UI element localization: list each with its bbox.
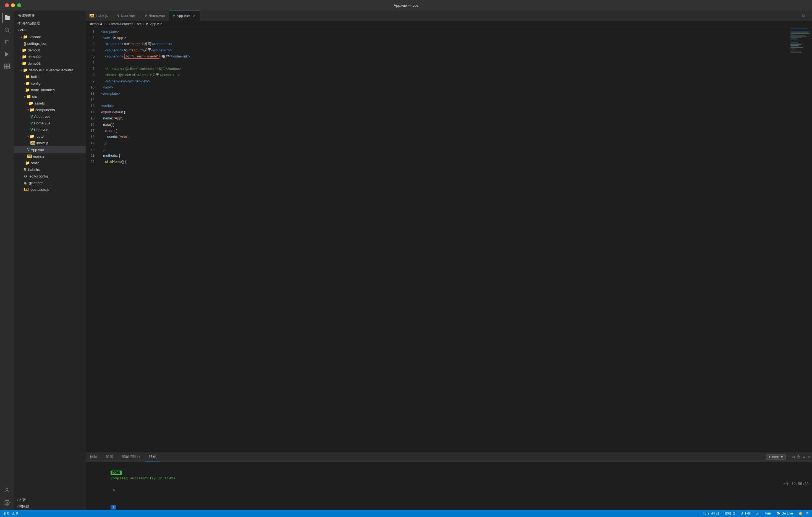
sidebar-item-home-vue[interactable]: V Home.vue: [14, 120, 86, 126]
maximize-button[interactable]: [17, 3, 21, 7]
sidebar-timeline[interactable]: › 时间线: [14, 503, 86, 510]
remote-icon[interactable]: ⟳: [806, 512, 809, 515]
code-line-17: return {: [99, 127, 790, 134]
go-live-button[interactable]: 📡 Go Live: [775, 510, 794, 517]
svg-rect-10: [7, 67, 9, 69]
status-line-ending[interactable]: LF: [755, 510, 761, 517]
sidebar-item-config[interactable]: › 📁 config: [14, 80, 86, 87]
close-button[interactable]: [5, 3, 9, 7]
status-position[interactable]: 行 7, 列 31: [702, 510, 720, 517]
sidebar-item-settings-json[interactable]: {} settings.json: [14, 40, 86, 47]
notification-icon[interactable]: 🔔: [799, 512, 803, 515]
minimap: [790, 27, 812, 452]
folder-icon: 📁: [23, 68, 28, 72]
breadcrumb-appvue[interactable]: App.vue: [150, 22, 162, 26]
sidebar-item-about-vue[interactable]: V About.vue: [14, 113, 86, 120]
collapse-panel-icon[interactable]: ∧: [803, 455, 805, 459]
tab-close-app-vue[interactable]: ×: [193, 13, 196, 18]
sidebar-item-router[interactable]: ∨ 📁 router: [14, 133, 86, 140]
tab-app-vue[interactable]: V App.vue ×: [169, 10, 200, 21]
status-language[interactable]: Vue: [764, 510, 772, 517]
close-panel-icon[interactable]: ×: [808, 455, 810, 459]
breadcrumb-src[interactable]: src: [137, 22, 142, 26]
folder-icon: 📁: [28, 101, 33, 105]
sidebar-item-demo01[interactable]: › 📁 demo01: [14, 47, 86, 53]
new-terminal-icon[interactable]: +: [788, 455, 790, 459]
folder-icon: 📁: [25, 75, 30, 79]
sidebar-vue-root[interactable]: ∨ VUE: [14, 27, 86, 33]
sidebar-open-editors[interactable]: › 打开的编辑器: [14, 20, 86, 27]
minimize-button[interactable]: [11, 3, 15, 7]
sidebar-item-router-index[interactable]: JS index.js: [14, 140, 86, 146]
sidebar-item-demo03[interactable]: › 📁 demo03: [14, 60, 86, 67]
sidebar-item-assets[interactable]: › 📁 assets: [14, 100, 86, 107]
sidebar-item-app-vue[interactable]: V App.vue: [14, 146, 86, 153]
sidebar-item-build[interactable]: › 📁 build: [14, 73, 86, 80]
code-line-9: <router-view></router-view>: [99, 78, 790, 84]
account-icon[interactable]: [2, 486, 12, 495]
svg-line-2: [8, 31, 9, 32]
sidebar-item-editorconfig[interactable]: ⚙ .editorconfig: [14, 173, 86, 179]
folder-collapsed-icon: 📁: [22, 54, 27, 59]
window-title: App.vue — vue: [394, 3, 418, 7]
code-line-12: [99, 96, 790, 103]
tab-index-js[interactable]: JS index.js: [86, 10, 113, 21]
files-icon[interactable]: [2, 13, 12, 23]
code-line-22: clickHome() {: [99, 159, 790, 165]
error-count: 0: [7, 512, 9, 515]
sidebar-outline[interactable]: › 大纲: [14, 496, 86, 503]
breadcrumb: demo04 › 01-learnvuerouter › src › V App…: [86, 21, 812, 27]
breadcrumb-vue-icon: V: [146, 22, 148, 26]
code-line-6: [99, 59, 790, 65]
terminal-timestamp: 上午 12:55:39: [782, 481, 809, 487]
svg-point-12: [6, 502, 8, 504]
sidebar-item-gitignore[interactable]: ◆ .gitignore: [14, 179, 86, 186]
status-extra-icons: 🔔 ⟳: [798, 510, 810, 517]
panel-tab-debug-console[interactable]: 调试控制台: [118, 452, 145, 462]
folder-collapsed-icon: 📁: [22, 48, 27, 52]
breadcrumb-demo04[interactable]: demo04: [90, 22, 102, 26]
window-controls: [5, 3, 21, 7]
extensions-icon[interactable]: [2, 61, 12, 71]
sidebar-item-vscode[interactable]: ∨ 📁 .vscode: [14, 33, 86, 40]
sidebar-item-user-vue[interactable]: V User.vue: [14, 126, 86, 133]
search-icon[interactable]: [2, 25, 12, 35]
panel-tab-terminal[interactable]: 终端: [145, 452, 161, 462]
status-spaces[interactable]: 空格: 2: [724, 510, 736, 517]
status-errors[interactable]: ⊗ 0 ⚠ 0: [2, 510, 19, 517]
split-editor-icon[interactable]: ⧉: [802, 13, 805, 18]
sidebar-item-components[interactable]: ∨ 📁 components: [14, 107, 86, 113]
sidebar-item-main-js[interactable]: JS main.js: [14, 153, 86, 160]
breadcrumb-router[interactable]: 01-learnvuerouter: [107, 22, 133, 26]
terminal-selector[interactable]: 1: node ∨: [766, 454, 786, 460]
tab-user-vue[interactable]: V User.vue: [113, 10, 141, 21]
code-line-5: <router-link :to="'/user/' + userId">用户<…: [99, 53, 790, 59]
run-debug-icon[interactable]: [2, 49, 12, 59]
sidebar-item-babelrc[interactable]: B .babelrc: [14, 166, 86, 173]
terminal-line-1: DONE Compiled successfully in 148ms 上午 1…: [89, 464, 809, 499]
js-icon: JS: [24, 188, 28, 191]
sidebar-item-static[interactable]: › 📁 static: [14, 160, 86, 166]
panel-tab-output[interactable]: 输出: [102, 452, 118, 462]
sidebar-item-node-modules[interactable]: › 📁 node_modules: [14, 87, 86, 93]
tab-home-vue[interactable]: V Home.vue: [141, 10, 169, 21]
delete-terminal-icon[interactable]: 🗑: [797, 455, 801, 459]
sidebar-item-postcssrc[interactable]: JS .postcssrc.js: [14, 186, 86, 193]
vue-icon: V: [30, 114, 33, 119]
panel-tab-problems[interactable]: 问题: [86, 452, 102, 462]
antenna-icon: 📡: [776, 512, 781, 515]
sidebar-header: 资源管理器: [14, 10, 86, 20]
sidebar-item-demo04[interactable]: ∨ 📁 demo04 / 01-learnvuerouter: [14, 67, 86, 73]
more-actions-icon[interactable]: ···: [807, 13, 810, 18]
settings-icon[interactable]: [2, 498, 12, 508]
code-editor[interactable]: <template> <div id="app"> <router-link t…: [99, 27, 790, 452]
source-control-icon[interactable]: [2, 37, 12, 47]
vue-icon: V: [30, 127, 33, 132]
status-encoding[interactable]: UTF-8: [740, 510, 751, 517]
sidebar-item-src[interactable]: ∨ 📁 src: [14, 93, 86, 100]
folder-icon: 📁: [30, 108, 34, 112]
code-line-4: <router-link to="/about">关于</router-link…: [99, 47, 790, 53]
folder-icon: 📁: [25, 81, 30, 85]
sidebar-item-demo02[interactable]: › 📁 demo02: [14, 53, 86, 60]
split-terminal-icon[interactable]: ⧉: [792, 455, 794, 459]
